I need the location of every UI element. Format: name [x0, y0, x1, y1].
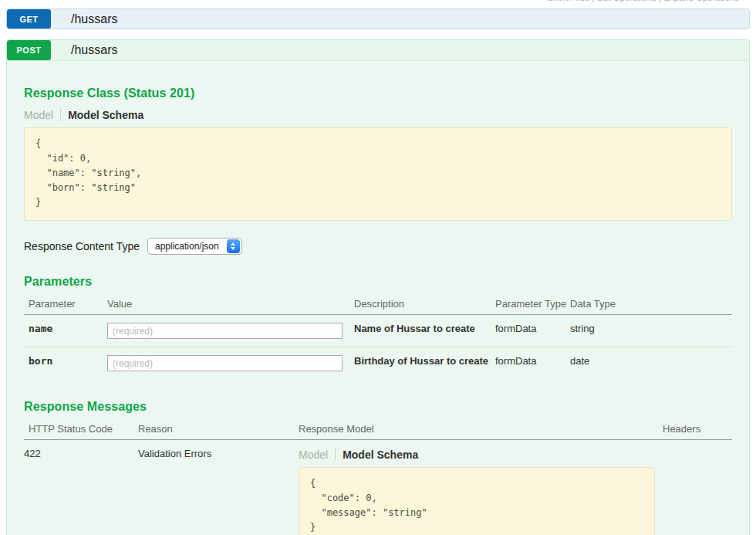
response-class-title: Response Class (Status 201)	[24, 86, 732, 100]
response-status-code: 422	[24, 440, 138, 535]
response-headers-cell	[663, 440, 732, 535]
parameters-header-row: Parameter Value Description Parameter Ty…	[24, 295, 732, 315]
param-data-type: date	[570, 347, 732, 380]
param-name: name	[24, 315, 107, 347]
operation-post-hussars: POST /hussars Response Class (Status 201…	[6, 39, 750, 535]
get-method-badge: GET	[7, 9, 51, 29]
tab-model[interactable]: Model	[299, 449, 328, 461]
param-name: born	[24, 347, 107, 380]
response-content-type-select[interactable]: application/json	[147, 238, 242, 255]
param-parameter-type: formData	[495, 347, 570, 380]
post-method-badge: POST	[7, 40, 51, 60]
param-data-type: string	[570, 315, 732, 347]
response-messages-table: HTTP Status Code Reason Response Model H…	[24, 420, 732, 535]
col-data-type: Data Type	[570, 295, 732, 315]
tab-model-schema[interactable]: Model Schema	[343, 449, 418, 461]
col-parameter-type: Parameter Type	[495, 295, 570, 315]
param-description: Birthday of Hussar to create	[354, 347, 495, 380]
response-messages-title: Response Messages	[24, 400, 732, 414]
tab-divider	[60, 108, 61, 121]
response-class-schema-code[interactable]: { "id": 0, "name": "string", "born": "st…	[24, 127, 732, 221]
col-response-model: Response Model	[299, 420, 663, 440]
tab-divider	[335, 448, 336, 461]
post-operation-content: Response Class (Status 201) Model Model …	[7, 61, 749, 535]
post-header-bar[interactable]: POST /hussars	[7, 40, 749, 61]
response-message-row-422: 422 Validation Errors Model Model Schema…	[24, 440, 732, 535]
col-parameter: Parameter	[24, 295, 107, 315]
parameters-table: Parameter Value Description Parameter Ty…	[24, 295, 732, 379]
col-headers: Headers	[663, 420, 732, 440]
param-description: Name of Hussar to create	[354, 315, 495, 347]
select-stepper-icon	[227, 239, 240, 253]
response-model-tabs: Model Model Schema	[299, 448, 658, 461]
param-parameter-type: formData	[495, 315, 570, 347]
response-content-type-label: Response Content Type	[24, 240, 140, 252]
tab-model-schema[interactable]: Model Schema	[68, 109, 143, 121]
response-content-type-value: application/json	[155, 241, 227, 252]
parameter-row-name: name Name of Hussar to create formData s…	[24, 315, 732, 347]
param-born-input[interactable]	[107, 355, 343, 371]
param-name-input[interactable]	[107, 323, 343, 339]
col-value: Value	[107, 295, 354, 315]
parameter-row-born: born Birthday of Hussar to create formDa…	[24, 347, 732, 380]
col-reason: Reason	[138, 420, 299, 440]
get-path[interactable]: /hussars	[51, 9, 117, 29]
parameters-title: Parameters	[24, 275, 732, 289]
col-http-status-code: HTTP Status Code	[24, 420, 138, 440]
post-path[interactable]: /hussars	[51, 40, 117, 60]
col-description: Description	[354, 295, 495, 315]
response-class-tabs: Model Model Schema	[24, 108, 732, 121]
operation-get-hussars[interactable]: GET /hussars	[6, 8, 750, 29]
response-model-schema-code[interactable]: { "code": 0, "message": "string" }	[299, 467, 655, 535]
operations-links-text[interactable]: Show/Hide | List Operations | Expand Ope…	[6, 0, 750, 2]
response-content-type-row: Response Content Type application/json	[24, 238, 732, 255]
response-messages-header-row: HTTP Status Code Reason Response Model H…	[24, 420, 732, 440]
operations-links-clipped: Show/Hide | List Operations | Expand Ope…	[6, 0, 750, 5]
tab-model[interactable]: Model	[24, 109, 53, 121]
response-reason: Validation Errors	[138, 440, 299, 535]
swagger-page: Show/Hide | List Operations | Expand Ope…	[0, 0, 756, 535]
